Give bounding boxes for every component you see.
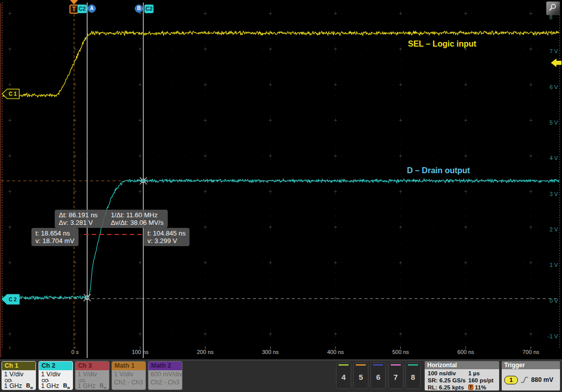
channel-scale: 1 V/div: [41, 371, 70, 378]
magnifier-icon: [546, 2, 560, 15]
x-axis-label: 300 ns: [253, 349, 288, 355]
channel-number: 7: [389, 373, 403, 381]
channel-badge-ch2[interactable]: Ch 21 V/div 1 GHzBw: [39, 361, 73, 390]
rising-edge-icon: [520, 376, 529, 384]
delta-v: Δv: 3.281 V: [59, 219, 98, 226]
delta-t: Δt: 86.191 ns: [59, 211, 98, 219]
x-axis-label: 100 ns: [123, 349, 158, 355]
trigger-position-icon[interactable]: [70, 0, 78, 5]
channel-badge-math2[interactable]: Math 2600 mV/divCh2 - Ch3: [148, 361, 182, 390]
y-axis-label: 6 V: [549, 84, 558, 90]
control-bar: Ch 11 V/div 1 GHzBwCh 21 V/div 1 GHzBwCh…: [0, 360, 562, 392]
oscilloscope-display: C 1C 2 T C2 A B C2 SEL – Logic input D –…: [0, 0, 562, 392]
ch2-annotation: D – Drain output: [407, 166, 470, 175]
channel-bandwidth: 1 GHzBw: [78, 382, 107, 389]
channel-color-bar: [373, 364, 383, 366]
y-axis-label: 3 V: [549, 191, 558, 197]
channel-badge-ch3[interactable]: Ch 31 V/div 1 GHzBw: [75, 361, 109, 390]
y-axis-label: 0 V: [549, 298, 558, 304]
channel-badge-math1[interactable]: Math 11 V/divCh2 - Ch3: [111, 361, 146, 390]
x-axis-label: 200 ns: [188, 349, 223, 355]
trigger-source-badge[interactable]: 1: [504, 376, 518, 384]
channel-color-bar: [391, 364, 401, 366]
delta-slope: Δv/Δt: 38.06 MV/s: [111, 219, 164, 226]
channel-label: Ch 1: [2, 362, 35, 370]
channel-label: Math 1: [112, 362, 145, 370]
x-axis-label: 600 ns: [448, 349, 483, 355]
cursor-b-source-badge[interactable]: C2: [144, 5, 154, 13]
horizontal-value: 160 ps/pt: [468, 377, 494, 384]
waveform-plot[interactable]: C 1C 2: [0, 0, 562, 360]
y-axis-label: 7 V: [549, 48, 558, 54]
horizontal-value: RL: 6.25 kpts: [428, 384, 468, 390]
cursor-b-time: t: 104.845 ns: [147, 229, 185, 237]
trigger-level: 880 mV: [531, 376, 553, 383]
y-axis-label: 5 V: [549, 120, 558, 126]
horizontal-value: SR: 6.25 GS/s: [428, 377, 468, 384]
channel-bandwidth: 1 GHzBw: [4, 382, 33, 389]
x-axis-label: 700 ns: [513, 349, 549, 355]
channel-scale: 1 V/div: [78, 371, 107, 378]
channel-button-6[interactable]: 6: [370, 362, 386, 389]
cursor-b-readout[interactable]: t: 104.845 ns v: 3.299 V: [143, 228, 190, 246]
x-axis-label: 400 ns: [318, 349, 353, 355]
channel-color-bar: [408, 364, 418, 366]
trigger-position-mini-icon: [468, 384, 473, 390]
channel-color-bar: [356, 364, 366, 366]
y-axis-label: 2 V: [549, 226, 558, 232]
svg-text:C 1: C 1: [9, 91, 17, 97]
channel-scale: 1 V/div: [114, 371, 143, 378]
channel-button-4[interactable]: 4: [336, 362, 351, 389]
channel-flag-2[interactable]: C 2: [2, 295, 19, 304]
channel-button-5[interactable]: 5: [353, 362, 368, 389]
zoom-button[interactable]: [546, 2, 560, 15]
y-axis-label: 1 V: [549, 262, 558, 268]
horizontal-value: 100 ns/div: [428, 370, 468, 377]
cursor-a-badge[interactable]: A: [88, 5, 96, 13]
ch1-annotation: SEL – Logic input: [408, 40, 476, 49]
channel-button-8[interactable]: 8: [405, 362, 421, 389]
channel-scale: 600 mV/div: [151, 371, 180, 378]
channel-number: 6: [371, 373, 385, 381]
channel-number: 4: [336, 373, 351, 381]
probe-icon: [42, 378, 50, 382]
cursor-a-value: v: 18.704 mV: [35, 237, 74, 245]
channel-bandwidth: 1 GHzBw: [41, 382, 70, 389]
y-axis-label: 4 V: [549, 155, 558, 161]
channel-sources: Ch2 - Ch3: [114, 379, 143, 386]
horizontal-panel[interactable]: Horizontal 100 ns/div 1 µsSR: 6.25 GS/s …: [425, 361, 499, 390]
cursor-b-badge[interactable]: B: [135, 5, 143, 13]
svg-text:C 2: C 2: [9, 297, 17, 302]
channel-label: Math 2: [148, 362, 182, 370]
delta-freq: 1/Δt: 11.60 MHz: [111, 211, 164, 219]
channel-color-bar: [339, 364, 349, 366]
cursor-b-value: v: 3.299 V: [147, 237, 185, 245]
cursor-a-time: t: 18.654 ns: [35, 229, 74, 237]
channel-badge-ch1[interactable]: Ch 11 V/div 1 GHzBw: [2, 361, 36, 390]
probe-icon: [5, 378, 13, 382]
channel-flag-1[interactable]: C 1: [2, 89, 19, 99]
channel-label: Ch 3: [76, 362, 109, 370]
cursor-delta-readout[interactable]: Δt: 86.191 ns 1/Δt: 11.60 MHz Δv: 3.281 …: [55, 210, 168, 228]
horizontal-value: 11%: [468, 384, 486, 390]
horizontal-value: 1 µs: [468, 370, 480, 377]
x-axis-label: 0 s: [57, 349, 93, 355]
probe-icon: [78, 378, 86, 382]
channel-number: 8: [406, 373, 420, 381]
trigger-panel[interactable]: Trigger 1 880 mV: [502, 361, 560, 390]
channel-label: Ch 2: [39, 362, 72, 370]
channel-button-7[interactable]: 7: [388, 362, 403, 389]
x-axis-label: 500 ns: [383, 349, 419, 355]
channel-sources: Ch2 - Ch3: [151, 379, 180, 386]
channel-scale: 1 V/div: [4, 371, 33, 378]
y-axis-label: -1 V: [548, 333, 558, 339]
cursor-a-readout[interactable]: t: 18.654 ns v: 18.704 mV: [31, 228, 79, 246]
cursor-a-source-badge[interactable]: C2: [78, 5, 87, 13]
horizontal-title: Horizontal: [425, 361, 499, 369]
channel-number: 5: [354, 373, 368, 381]
trigger-title: Trigger: [502, 361, 560, 369]
